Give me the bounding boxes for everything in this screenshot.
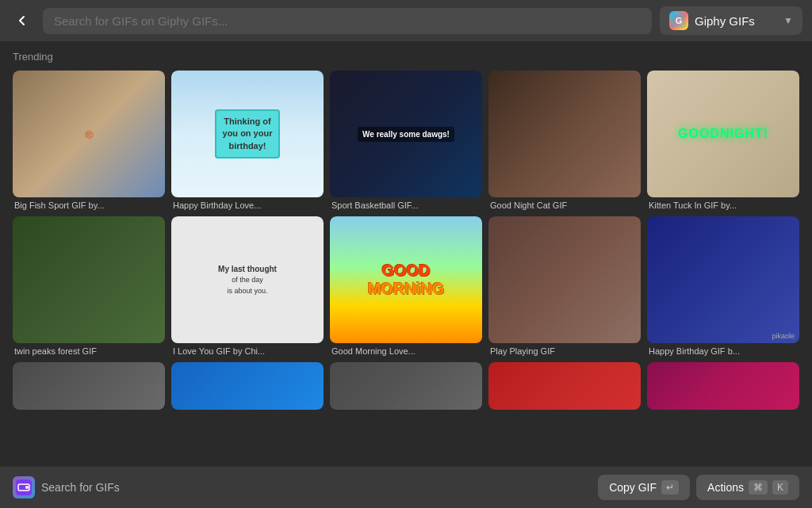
trending-label: Trending	[13, 51, 799, 63]
gif-thumbnail	[488, 216, 641, 343]
list-item[interactable]	[171, 362, 324, 410]
gif-thumbnail: GOODNIGHT!	[647, 71, 799, 197]
gif-caption: Good Morning Love...	[330, 346, 482, 356]
gif-caption: twin peaks forest GIF	[13, 346, 165, 356]
list-item[interactable]	[647, 362, 799, 410]
gif-thumbnail: pikaole	[647, 216, 799, 343]
actions-shortcut1: ⌘	[749, 480, 768, 495]
list-item[interactable]: Thinking of you on your birthday! Happy …	[171, 71, 324, 210]
gif-thumbnail	[330, 362, 482, 410]
list-item[interactable]	[330, 362, 482, 410]
list-item[interactable]	[488, 362, 641, 410]
list-item[interactable]: pikaole Happy Birthday GIF b...	[647, 216, 799, 356]
list-item[interactable]	[13, 362, 165, 410]
gif-caption: Sport Basketball GIF...	[330, 201, 482, 210]
gif-thumbnail: We really some dawgs!	[330, 71, 482, 197]
search-input[interactable]	[43, 8, 652, 34]
source-icon: G	[669, 11, 688, 30]
gif-thumbnail: My last thought of the day is about you.	[171, 216, 324, 343]
main-content: Trending 🏀 Big Fish Sport GIF by... Thin…	[0, 41, 812, 467]
list-item[interactable]: We really some dawgs! Sport Basketball G…	[330, 71, 482, 210]
source-selector[interactable]: G Giphy GIFs ▼	[660, 6, 802, 35]
copy-gif-button[interactable]: Copy GIF ↵	[598, 475, 690, 500]
gif-caption: I Love You GIF by Chi...	[171, 346, 324, 356]
header: G Giphy GIFs ▼	[0, 0, 812, 41]
app-icon	[13, 476, 35, 498]
gif-thumbnail: Thinking of you on your birthday!	[171, 71, 324, 197]
bottom-search-label: Search for GIFs	[41, 481, 120, 494]
actions-shortcut2: K	[772, 480, 788, 495]
copy-shortcut: ↵	[661, 480, 679, 495]
gif-thumbnail: GOOD MORNiNG	[330, 216, 482, 343]
gif-caption: Good Night Cat GIF	[488, 201, 641, 210]
gif-thumbnail: 🏀	[13, 71, 165, 197]
gif-caption: Play Playing GIF	[488, 346, 641, 356]
actions-label: Actions	[707, 481, 744, 494]
gif-thumbnail	[13, 216, 165, 343]
copy-gif-label: Copy GIF	[609, 481, 657, 494]
gif-caption: Happy Birthday Love...	[171, 201, 324, 210]
bottom-bar: Search for GIFs Copy GIF ↵ Actions ⌘ K	[0, 467, 812, 508]
gif-caption: Big Fish Sport GIF by...	[13, 201, 165, 210]
gif-thumbnail	[647, 362, 799, 410]
svg-point-4	[25, 486, 29, 489]
gif-grid-row3	[13, 362, 799, 410]
svg-text:G: G	[676, 16, 683, 25]
gif-thumbnail	[13, 362, 165, 410]
back-button[interactable]	[10, 8, 35, 33]
gif-caption: Kitten Tuck In GIF by...	[647, 201, 799, 210]
source-label: Giphy GIFs	[695, 14, 777, 28]
list-item[interactable]: GOODNIGHT! Kitten Tuck In GIF by...	[647, 71, 799, 210]
list-item[interactable]: GOOD MORNiNG Good Morning Love...	[330, 216, 482, 356]
gif-thumbnail	[488, 362, 641, 410]
list-item[interactable]: My last thought of the day is about you.…	[171, 216, 324, 356]
list-item[interactable]: Play Playing GIF	[488, 216, 641, 356]
chevron-down-icon: ▼	[783, 15, 793, 26]
list-item[interactable]: Good Night Cat GIF	[488, 71, 641, 210]
actions-button[interactable]: Actions ⌘ K	[696, 475, 799, 500]
gif-thumbnail	[488, 71, 641, 197]
list-item[interactable]: 🏀 Big Fish Sport GIF by...	[13, 71, 165, 210]
gif-grid: 🏀 Big Fish Sport GIF by... Thinking of y…	[13, 71, 799, 356]
list-item[interactable]: twin peaks forest GIF	[13, 216, 165, 356]
bottom-right: Copy GIF ↵ Actions ⌘ K	[598, 475, 799, 500]
gif-caption: Happy Birthday GIF b...	[647, 346, 799, 356]
bottom-left: Search for GIFs	[13, 476, 120, 498]
gif-thumbnail	[171, 362, 324, 410]
